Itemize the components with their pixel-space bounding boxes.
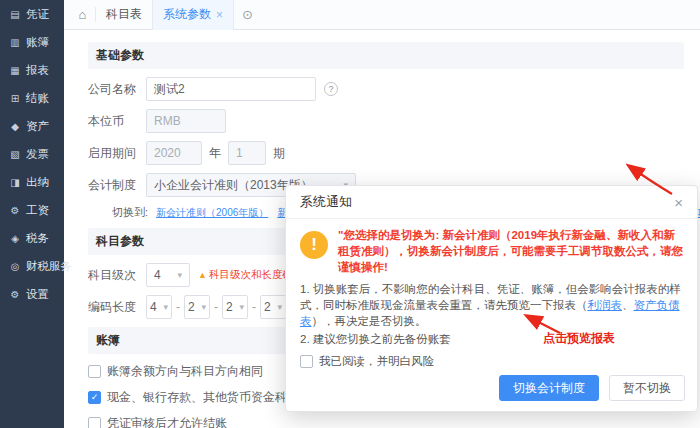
chevron-down-icon: ▾ <box>277 302 282 312</box>
sidebar-item-settings[interactable]: ⚙ 设置 <box>0 280 64 308</box>
switch-to-label: 切换到: <box>112 205 148 220</box>
dialog-title: 系统通知 <box>300 193 352 211</box>
code-length-select-3[interactable]: 2 ▾ <box>222 295 248 319</box>
code-separator: - <box>176 300 180 314</box>
report-icon: ▦ <box>8 65 22 76</box>
code-length-value: 2 <box>226 300 233 314</box>
company-name-input[interactable] <box>146 77 316 101</box>
dialog-footer: 切换会计制度 暂不切换 <box>499 375 685 401</box>
chevron-down-icon: ▾ <box>177 270 182 280</box>
subject-level-select[interactable]: 4 ▾ <box>146 263 190 287</box>
switch-link-2006[interactable]: 新会计准则（2006年版） <box>156 206 268 220</box>
tab-close-icon[interactable]: × <box>216 8 223 22</box>
checkbox[interactable] <box>88 365 101 378</box>
start-period-label: 启用期间 <box>88 145 146 162</box>
help-icon[interactable]: ? <box>324 82 338 96</box>
sidebar-item-label: 账簿 <box>26 35 49 50</box>
asset-icon: ◆ <box>8 121 22 132</box>
subject-level-label: 科目级次 <box>88 267 146 284</box>
accounting-system-label: 会计制度 <box>88 177 146 194</box>
company-name-label: 公司名称 <box>88 81 146 98</box>
base-currency-row: 本位币 <box>88 109 700 133</box>
sidebar-item-label: 设置 <box>26 287 49 302</box>
voucher-icon: ▤ <box>8 9 22 20</box>
home-icon[interactable]: ⌂ <box>70 7 96 22</box>
sidebar-item-cashier[interactable]: ◨ 出纳 <box>0 168 64 196</box>
tab-bar: ⌂ 科目表 系统参数 × ⊙ <box>64 0 700 30</box>
refresh-icon[interactable]: ⊙ <box>242 7 253 22</box>
sidebar-item-label: 报表 <box>26 63 49 78</box>
base-currency-input <box>146 109 226 133</box>
start-period-row: 启用期间 年 期 <box>88 141 700 165</box>
dialog-paragraph-2: 2. 建议您切换之前先备份账套 <box>300 331 683 347</box>
checkbox[interactable] <box>88 391 101 404</box>
sidebar-item-voucher[interactable]: ▤ 凭证 <box>0 0 64 28</box>
sidebar-item-reports[interactable]: ▦ 报表 <box>0 56 64 84</box>
code-length-label: 编码长度 <box>88 299 146 316</box>
ledger-check-row-3: 凭证审核后才允许结账 <box>88 415 700 428</box>
section-basic-params: 基础参数 <box>88 42 684 69</box>
tab-chart-of-accounts[interactable]: 科目表 <box>96 0 153 30</box>
code-separator: - <box>214 300 218 314</box>
start-period-input <box>228 141 266 165</box>
settings-gear-icon: ⚙ <box>8 289 22 300</box>
code-length-select-4[interactable]: 2 ▾ <box>260 295 286 319</box>
close-icon[interactable]: × <box>674 194 683 211</box>
sidebar-item-taxservice[interactable]: ◎ 财税服务 <box>0 252 64 280</box>
sidebar-item-tax[interactable]: ◈ 税务 <box>0 224 64 252</box>
ledger-icon: ▥ <box>8 37 22 48</box>
year-unit-label: 年 <box>209 145 221 162</box>
sidebar: ▤ 凭证 ▥ 账簿 ▦ 报表 ⊞ 结账 ◆ 资产 ▧ 发票 ◨ 出纳 ⚙ 工资 … <box>0 0 64 428</box>
warning-icon: ! <box>300 231 328 259</box>
period-unit-label: 期 <box>273 145 285 162</box>
dialog-paragraph-1: 1. 切换账套后，不影响您的会计科目、凭证、账簿，但会影响会计报表的样式，同时标… <box>300 281 683 329</box>
closing-icon: ⊞ <box>8 93 22 104</box>
checkbox[interactable] <box>88 417 101 428</box>
chevron-down-icon: ▾ <box>163 302 168 312</box>
dialog-warning-text: "您选择的是切换为: 新会计准则（2019年执行新金融、新收入和新租赁准则），切… <box>338 227 683 275</box>
switch-system-button[interactable]: 切换会计制度 <box>499 375 599 401</box>
dialog-header: 系统通知 × <box>286 186 697 219</box>
sidebar-item-label: 发票 <box>26 147 49 162</box>
sidebar-item-label: 结账 <box>26 91 49 106</box>
gear-icon: ⚙ <box>8 205 22 216</box>
risk-confirm-checkbox[interactable] <box>300 355 313 368</box>
tab-system-params[interactable]: 系统参数 × <box>153 0 234 30</box>
warning-triangle-icon: ▲ <box>198 270 207 280</box>
sidebar-item-label: 资产 <box>26 119 49 134</box>
sidebar-item-closing[interactable]: ⊞ 结账 <box>0 84 64 112</box>
income-statement-link[interactable]: 利润表 <box>588 299 623 311</box>
sidebar-item-label: 税务 <box>26 231 49 246</box>
sidebar-item-label: 财税服务 <box>26 259 72 274</box>
code-length-value: 2 <box>264 300 271 314</box>
risk-confirm-label: 我已阅读，并明白风险 <box>319 354 434 369</box>
sidebar-item-assets[interactable]: ◆ 资产 <box>0 112 64 140</box>
sidebar-item-invoice[interactable]: ▧ 发票 <box>0 140 64 168</box>
sidebar-item-payroll[interactable]: ⚙ 工资 <box>0 196 64 224</box>
sidebar-item-label: 凭证 <box>26 7 49 22</box>
system-notice-dialog: 系统通知 × ! "您选择的是切换为: 新会计准则（2019年执行新金融、新收入… <box>285 185 698 412</box>
checkbox-label: 凭证审核后才允许结账 <box>107 415 227 428</box>
not-now-button[interactable]: 暂不切换 <box>609 375 685 401</box>
subject-level-value: 4 <box>154 268 161 282</box>
service-icon: ◎ <box>8 261 22 272</box>
cashier-icon: ◨ <box>8 177 22 188</box>
chevron-down-icon: ▾ <box>239 302 244 312</box>
base-currency-label: 本位币 <box>88 113 146 130</box>
company-name-row: 公司名称 ? <box>88 77 700 101</box>
code-separator: - <box>252 300 256 314</box>
code-length-value: 4 <box>150 300 157 314</box>
chevron-down-icon: ▾ <box>201 302 206 312</box>
tab-label: 科目表 <box>106 6 142 23</box>
start-year-input <box>146 141 202 165</box>
dialog-body: ! "您选择的是切换为: 新会计准则（2019年执行新金融、新收入和新租赁准则）… <box>286 219 697 369</box>
risk-confirm-row: 我已阅读，并明白风险 <box>300 354 683 369</box>
sidebar-item-ledger[interactable]: ▥ 账簿 <box>0 28 64 56</box>
sidebar-item-label: 出纳 <box>26 175 49 190</box>
code-length-select-1[interactable]: 4 ▾ <box>146 295 172 319</box>
tab-label: 系统参数 <box>163 6 211 23</box>
checkbox-label: 账簿余额方向与科目方向相同 <box>107 363 263 380</box>
tax-icon: ◈ <box>8 233 22 244</box>
code-length-select-2[interactable]: 2 ▾ <box>184 295 210 319</box>
sidebar-item-label: 工资 <box>26 203 49 218</box>
